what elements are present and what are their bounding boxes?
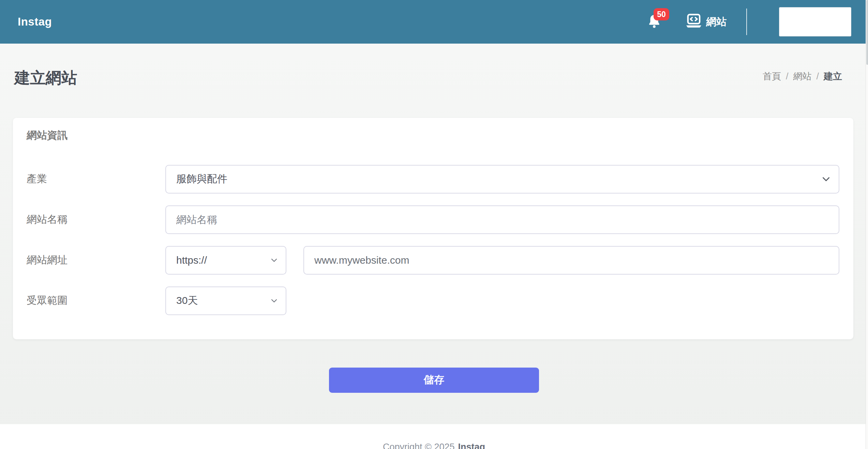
url-protocol-select[interactable]: https:// — [165, 246, 286, 275]
audience-range-select[interactable]: 30天 — [165, 287, 286, 315]
scrollbar-thumb[interactable] — [866, 0, 868, 65]
vertical-scrollbar[interactable] — [866, 0, 868, 449]
save-button[interactable]: 儲存 — [329, 368, 539, 393]
url-protocol-selected-value: https:// — [176, 254, 207, 266]
header-divider — [746, 9, 747, 35]
page-title: 建立網站 — [14, 68, 77, 88]
breadcrumb: 首頁 / 網站 / 建立 — [763, 70, 842, 82]
copyright-text: Copyright © 2025Instag — [0, 442, 868, 449]
chevron-down-icon — [269, 256, 279, 265]
industry-select[interactable]: 服飾與配件 — [165, 165, 839, 193]
breadcrumb-separator: / — [786, 71, 789, 82]
app-logo[interactable]: Instag — [18, 15, 52, 28]
site-name-input[interactable] — [165, 205, 839, 234]
copyright-label: Copyright © 2025 — [383, 442, 455, 449]
form-row-audience-range: 受眾範圍 30天 — [27, 287, 839, 315]
bell-icon — [647, 24, 662, 30]
form-row-site-name: 網站名稱 — [27, 205, 839, 234]
form-row-site-url: 網站網址 https:// — [27, 246, 839, 275]
chevron-down-icon — [820, 173, 832, 185]
section-title: 網站資訊 — [27, 128, 839, 142]
laptop-code-icon — [686, 14, 702, 30]
site-url-input[interactable] — [303, 246, 839, 275]
notification-count-badge: 50 — [654, 8, 669, 20]
nav-item-websites-label: 網站 — [706, 15, 727, 29]
nav-item-websites[interactable]: 網站 — [686, 14, 727, 30]
user-menu-button[interactable] — [779, 7, 851, 36]
website-info-card: 網站資訊 產業 服飾與配件 網站名稱 網站網址 https:// — [13, 118, 853, 339]
notifications-button[interactable]: 50 — [647, 14, 662, 30]
industry-selected-value: 服飾與配件 — [176, 172, 227, 186]
page-head: 建立網站 首頁 / 網站 / 建立 — [0, 68, 868, 88]
form-row-industry: 產業 服飾與配件 — [27, 165, 839, 193]
app-header: Instag 50 網站 — [0, 0, 868, 44]
footer-brand-link[interactable]: Instag — [458, 442, 485, 449]
audience-range-selected-value: 30天 — [176, 294, 198, 308]
page-footer: Copyright © 2025Instag — [0, 424, 868, 449]
site-url-label: 網站網址 — [27, 253, 165, 267]
chevron-down-icon — [269, 296, 279, 306]
breadcrumb-websites[interactable]: 網站 — [793, 70, 811, 82]
site-name-label: 網站名稱 — [27, 213, 165, 227]
audience-range-label: 受眾範圍 — [27, 294, 165, 308]
breadcrumb-separator: / — [816, 71, 819, 82]
breadcrumb-home[interactable]: 首頁 — [763, 70, 781, 82]
industry-label: 產業 — [27, 172, 165, 186]
breadcrumb-current: 建立 — [824, 70, 842, 82]
